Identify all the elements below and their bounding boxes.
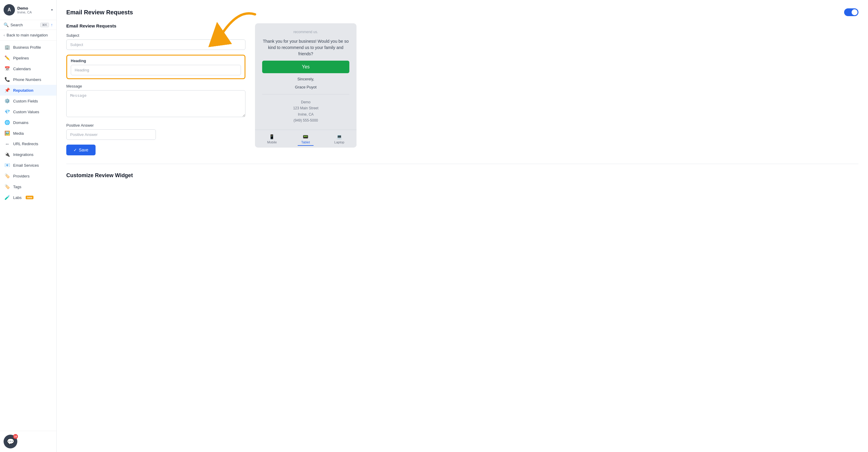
nav-icon: ↑ <box>51 22 53 27</box>
user-info: Demo Irvine, CA <box>17 6 49 14</box>
sidebar-item-label: Domains <box>13 120 28 125</box>
chat-badge: 10 <box>13 434 18 439</box>
url-redirects-icon: ↔️ <box>4 141 10 146</box>
laptop-icon: 💻 <box>337 134 342 140</box>
toggle-track <box>844 8 859 16</box>
email-services-icon: 📧 <box>4 162 10 168</box>
business-profile-icon: 🏢 <box>4 44 10 50</box>
integrations-icon: 🔌 <box>4 152 10 157</box>
positive-answer-label: Positive Answer <box>66 123 245 127</box>
sidebar-item-tags[interactable]: 🏷️ Tags <box>0 181 56 192</box>
main-content: Email Review Requests Email Review Reque… <box>57 0 868 452</box>
preview-device-tabs: 📱 Mobile 📟 Tablet 💻 Laptop <box>255 130 356 148</box>
preview-recommend-text: recommend us. <box>293 29 318 35</box>
labs-new-badge: new <box>26 196 33 199</box>
subject-input[interactable] <box>66 39 245 50</box>
tags-icon: 🏷️ <box>4 184 10 189</box>
sidebar-item-label: Pipelines <box>13 56 29 60</box>
heading-input[interactable] <box>71 65 241 75</box>
preview-yes-button[interactable]: Yes <box>262 61 349 73</box>
content-row: Email Review Requests Subject Heading Me… <box>66 23 859 155</box>
preview-panel: recommend us. Thank you for your busines… <box>255 23 356 148</box>
preview-business-name: Demo <box>293 99 319 105</box>
sidebar-item-url-redirects[interactable]: ↔️ URL Redirects <box>0 139 56 149</box>
sidebar-item-email-services[interactable]: 📧 Email Services <box>0 160 56 171</box>
avatar: A <box>4 4 15 16</box>
chevron-down-icon: ▾ <box>51 8 53 12</box>
sidebar-item-phone-numbers[interactable]: 📞 Phone Numbers <box>0 74 56 85</box>
search-label: Search <box>10 23 38 27</box>
user-section[interactable]: A Demo Irvine, CA ▾ <box>0 0 56 20</box>
back-arrow-icon: ‹ <box>4 33 5 37</box>
user-location: Irvine, CA <box>17 10 49 14</box>
preview-divider <box>262 94 349 94</box>
sidebar-item-label: URL Redirects <box>13 142 38 146</box>
preview-phone: (949) 555-5000 <box>293 117 319 123</box>
heading-group: Heading <box>66 55 245 79</box>
sidebar-item-reputation[interactable]: 📌 Reputation <box>0 85 56 96</box>
preview-address-line1: 123 Main Street <box>293 105 319 111</box>
sidebar-item-label: Business Profile <box>13 45 41 50</box>
chat-button[interactable]: 💬 10 <box>4 435 17 448</box>
sidebar-item-label: Providers <box>13 174 30 178</box>
sidebar-item-labs[interactable]: 🧪 Labs new <box>0 192 56 203</box>
customize-title: Customize Review Widget <box>66 172 859 179</box>
sidebar-item-label: Labs <box>13 195 22 200</box>
sidebar-item-providers[interactable]: 🏷️ Providers <box>0 171 56 181</box>
user-name: Demo <box>17 6 49 10</box>
sidebar-item-label: Calendars <box>13 67 31 71</box>
preview-with-arrow: recommend us. Thank you for your busines… <box>255 23 356 148</box>
form-column: Email Review Requests Subject Heading Me… <box>66 23 245 155</box>
domains-icon: 🌐 <box>4 120 10 125</box>
search-bar[interactable]: 🔍 Search ⌘K ↑ <box>0 20 56 30</box>
positive-answer-input[interactable] <box>66 129 156 140</box>
sidebar: A Demo Irvine, CA ▾ 🔍 Search ⌘K ↑ ‹ Back… <box>0 0 57 452</box>
sidebar-item-media[interactable]: 🖼️ Media <box>0 128 56 139</box>
positive-answer-group: Positive Answer <box>66 123 245 140</box>
search-shortcut: ⌘K <box>40 23 49 27</box>
custom-values-icon: 💎 <box>4 109 10 114</box>
subject-group: Subject <box>66 33 245 50</box>
providers-icon: 🏷️ <box>4 173 10 179</box>
back-label: Back to main navigation <box>6 33 48 37</box>
preview-tab-mobile[interactable]: 📱 Mobile <box>264 133 280 146</box>
save-label: Save <box>79 148 88 152</box>
message-group: Message <box>66 84 245 118</box>
reputation-icon: 📌 <box>4 88 10 93</box>
pipelines-icon: ✏️ <box>4 55 10 61</box>
preview-person-name: Grace Puyot <box>295 85 316 89</box>
sidebar-item-label: Custom Values <box>13 110 39 114</box>
form-section-title: Email Review Requests <box>66 23 245 28</box>
message-label: Message <box>66 84 245 88</box>
email-review-toggle[interactable] <box>844 8 859 16</box>
section-divider <box>66 164 859 164</box>
sidebar-item-domains[interactable]: 🌐 Domains <box>0 117 56 128</box>
save-checkmark-icon: ✓ <box>73 148 77 152</box>
subject-label: Subject <box>66 33 245 38</box>
sidebar-item-label: Reputation <box>13 88 33 93</box>
preview-tab-tablet[interactable]: 📟 Tablet <box>298 133 313 146</box>
sidebar-item-calendars[interactable]: 📅 Calendars <box>0 63 56 74</box>
mobile-tab-label: Mobile <box>267 141 277 144</box>
sidebar-item-custom-values[interactable]: 💎 Custom Values <box>0 107 56 117</box>
calendars-icon: 📅 <box>4 66 10 71</box>
preview-content: recommend us. Thank you for your busines… <box>255 23 356 130</box>
laptop-tab-label: Laptop <box>334 141 345 144</box>
sidebar-item-integrations[interactable]: 🔌 Integrations <box>0 149 56 160</box>
sidebar-item-custom-fields[interactable]: ⚙️ Custom Fields <box>0 96 56 107</box>
sidebar-item-business-profile[interactable]: 🏢 Business Profile <box>0 42 56 53</box>
sidebar-item-label: Media <box>13 131 24 135</box>
back-navigation[interactable]: ‹ Back to main navigation <box>0 30 56 41</box>
sidebar-item-label: Tags <box>13 185 21 189</box>
message-textarea[interactable] <box>66 90 245 117</box>
main-inner: Email Review Requests Email Review Reque… <box>57 0 868 452</box>
page-title: Email Review Requests <box>66 9 133 16</box>
labs-icon: 🧪 <box>4 195 10 200</box>
section-header: Email Review Requests <box>66 8 859 16</box>
sidebar-item-label: Custom Fields <box>13 99 38 103</box>
toggle-thumb <box>851 9 858 15</box>
preview-sincerely: Sincerely, <box>298 77 314 81</box>
save-button[interactable]: ✓ Save <box>66 145 96 155</box>
preview-tab-laptop[interactable]: 💻 Laptop <box>331 133 348 146</box>
sidebar-item-pipelines[interactable]: ✏️ Pipelines <box>0 53 56 63</box>
